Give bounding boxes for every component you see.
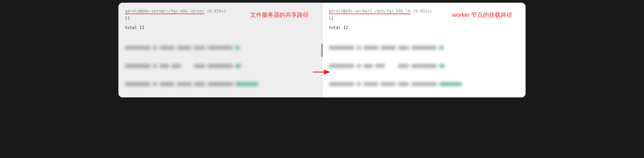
blurred-content	[329, 33, 519, 97]
annotation-left: 文件服务器的共享路径	[250, 10, 309, 20]
prompt-user-host: gerald@k8s-server	[125, 9, 166, 14]
blurred-content	[125, 33, 315, 97]
prompt-path: :/fgc-k8s-lbroot	[166, 9, 205, 14]
terminal-comparison: gerald@k8s-server:/fgc-k8s-lbroot (0.019…	[118, 3, 526, 97]
terminal-left-pane[interactable]: gerald@k8s-server:/fgc-k8s-lbroot (0.019…	[118, 3, 322, 97]
prompt-line: gerald@k8s-worker1 /mnt/fgc_k8s_lb (0.03…	[329, 8, 432, 15]
pane-divider[interactable]	[321, 44, 323, 57]
prompt-path: /mnt/fgc_k8s_lb	[372, 9, 411, 14]
total-line: total 12	[329, 25, 519, 31]
prompt-time: (0.019s)	[207, 9, 226, 14]
total-line: total 12	[125, 25, 315, 31]
prompt-time: (0.032s)	[413, 9, 432, 14]
terminal-right-pane[interactable]: gerald@k8s-worker1 /mnt/fgc_k8s_lb (0.03…	[322, 3, 526, 97]
annotation-right: worker 节点的挂载路径	[452, 10, 512, 20]
prompt-line: gerald@k8s-server:/fgc-k8s-lbroot (0.019…	[125, 8, 226, 15]
prompt-user-host: gerald@k8s-worker1	[329, 9, 372, 14]
